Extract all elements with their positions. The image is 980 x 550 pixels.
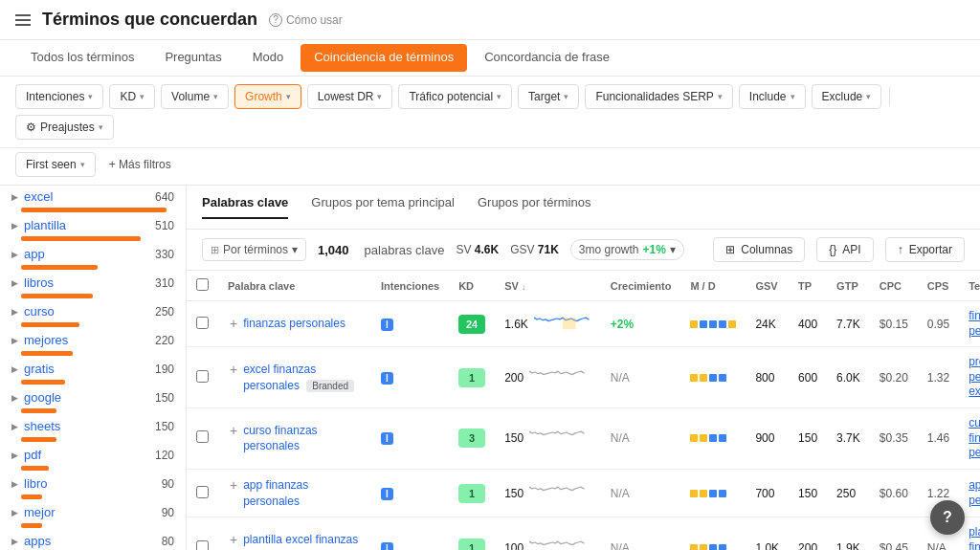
sidebar-item[interactable]: ▶ excel 640 [0, 186, 186, 214]
add-keyword-icon[interactable]: + [228, 477, 239, 493]
row-checkbox-cell [187, 469, 218, 517]
th-gtp[interactable]: GTP [827, 271, 870, 301]
th-crecimiento[interactable]: Crecimiento [601, 271, 681, 301]
th-cps[interactable]: CPS [918, 271, 959, 301]
help-link[interactable]: ? Cómo usar [269, 13, 343, 27]
svg-rect-0 [563, 318, 576, 329]
row-checkbox[interactable] [196, 430, 209, 443]
filter-target[interactable]: Target ▾ [518, 84, 579, 109]
main-topic-link[interactable]: presupuesto personal excel [969, 355, 980, 398]
help-float-button[interactable]: ? [930, 500, 965, 535]
sidebar-item[interactable]: ▶ mejor 90 [0, 501, 186, 530]
arrow-right-icon: ▶ [11, 336, 18, 345]
filter-trafico[interactable]: Tráfico potencial ▾ [398, 84, 512, 109]
growth-badge[interactable]: 3mo growth +1% ▾ [570, 239, 684, 260]
add-keyword-icon[interactable]: + [228, 423, 239, 438]
sort-select[interactable]: ⊞ Por términos ▾ [202, 238, 306, 261]
api-button[interactable]: {} API [816, 237, 873, 262]
sidebar-item[interactable]: ▶ gratis 190 [0, 358, 186, 386]
main-topic-link[interactable]: curso finanzas personales [969, 416, 980, 459]
sub-tab-palabras[interactable]: Palabras clave [202, 195, 288, 219]
table-row: + plantilla excel finanzas personales I … [187, 517, 980, 550]
main-topic-link[interactable]: plantilla excel finanzas personales [969, 525, 980, 550]
sidebar-item[interactable]: ▶ app 330 [0, 243, 186, 272]
keyword-link[interactable]: app finanzas personales [243, 478, 308, 508]
growth-value: +2% [611, 318, 634, 331]
sidebar-item-count: 510 [155, 219, 174, 232]
filter-lowest-dr[interactable]: Lowest DR ▾ [307, 84, 393, 109]
select-all-checkbox[interactable] [196, 278, 209, 291]
filter-first-seen[interactable]: First seen ▾ [15, 152, 96, 177]
th-kd[interactable]: KD [449, 271, 495, 301]
export-button[interactable]: ↑ Exportar [885, 237, 965, 262]
sv-value: 150 [504, 431, 523, 445]
th-tp[interactable]: TP [789, 271, 827, 301]
cpc-value: $0.45 [880, 541, 908, 550]
th-gsv[interactable]: GSV [746, 271, 789, 301]
th-md[interactable]: M / D [680, 271, 746, 301]
growth-cell: N/A [601, 347, 681, 408]
filter-preajustes[interactable]: ⚙ Preajustes ▾ [15, 115, 114, 140]
filter-exclude[interactable]: Exclude ▾ [812, 84, 882, 109]
add-keyword-icon[interactable]: + [228, 532, 239, 547]
intenciones-cell: I [371, 347, 449, 408]
th-cpc[interactable]: CPC [870, 271, 918, 301]
sidebar-item[interactable]: ▶ libro 90 [0, 473, 186, 501]
filter-include[interactable]: Include ▾ [739, 84, 806, 109]
filter-intenciones[interactable]: Intenciones ▾ [15, 84, 103, 109]
menu-icon[interactable] [15, 14, 31, 26]
th-sv[interactable]: SV ↓ [495, 271, 601, 301]
gsv-cell: 900 [746, 407, 789, 469]
row-checkbox[interactable] [196, 317, 209, 329]
sidebar-item[interactable]: ▶ apps 80 [0, 530, 186, 550]
add-keyword-icon[interactable]: + [228, 362, 239, 377]
filter-growth[interactable]: Growth ▾ [234, 84, 301, 109]
columns-button[interactable]: ⊞ Columnas [713, 237, 805, 262]
gsv-value: 24K [755, 318, 775, 331]
th-intenciones[interactable]: Intenciones [371, 271, 449, 301]
gtp-cell: 1.9K [827, 517, 870, 550]
kd-cell: 3 [449, 407, 495, 469]
sidebar-item[interactable]: ▶ google 150 [0, 386, 186, 415]
sidebar-item[interactable]: ▶ mejores 220 [0, 329, 186, 358]
tp-value: 150 [798, 487, 817, 500]
more-filters-btn[interactable]: + Más filtros [101, 153, 179, 176]
tab-preguntas[interactable]: Preguntas [149, 40, 236, 76]
row-checkbox[interactable] [196, 370, 209, 383]
keyword-link[interactable]: curso finanzas personales [243, 424, 317, 453]
th-keyword[interactable]: Palabra clave [218, 271, 371, 301]
main-topic-link[interactable]: finanzas personales [969, 309, 980, 338]
sidebar-item[interactable]: ▶ curso 250 [0, 300, 186, 329]
sub-tab-grupos-terminos[interactable]: Grupos por términos [478, 195, 591, 219]
growth-cell: N/A [601, 469, 681, 517]
filter-volume[interactable]: Volume ▾ [161, 84, 229, 109]
row-checkbox[interactable] [196, 486, 209, 498]
intenciones-cell: I [371, 301, 449, 347]
filter-kd[interactable]: KD ▾ [109, 84, 155, 109]
sidebar-item[interactable]: ▶ sheets 150 [0, 415, 186, 444]
keyword-link[interactable]: excel finanzas personales [243, 363, 316, 392]
intenciones-cell: I [371, 407, 449, 469]
row-checkbox[interactable] [196, 540, 209, 550]
keyword-link[interactable]: finanzas personales [243, 317, 345, 330]
filter-funcionalidades[interactable]: Funcionalidades SERP ▾ [585, 84, 732, 109]
kd-cell: 1 [449, 347, 495, 408]
tab-modo[interactable]: Modo [237, 40, 300, 76]
add-keyword-icon[interactable]: + [228, 316, 239, 331]
sub-tab-grupos-tema[interactable]: Grupos por tema principal [311, 195, 455, 219]
tab-concordancia[interactable]: Concordancia de frase [469, 40, 625, 76]
sidebar-item[interactable]: ▶ libros 310 [0, 272, 186, 300]
main-topic-link[interactable]: app finanzas personales [969, 478, 980, 507]
sidebar-item[interactable]: ▶ pdf 120 [0, 444, 186, 473]
filter-separator [889, 87, 890, 106]
md-bars [690, 434, 736, 442]
tab-todos[interactable]: Todos los términos [15, 40, 149, 76]
sidebar-item-count: 90 [162, 506, 174, 519]
tab-coincidencia[interactable]: Coincidencia de términos [301, 44, 467, 72]
keyword-link[interactable]: plantilla excel finanzas personales [243, 533, 358, 550]
caret-icon: ▾ [670, 243, 676, 256]
cpc-value: $0.20 [880, 371, 908, 385]
table-row: + finanzas personales I 24 1.6K +2 [187, 301, 980, 347]
th-tema[interactable]: Tema principal [959, 271, 980, 301]
sidebar-item[interactable]: ▶ plantilla 510 [0, 214, 186, 243]
